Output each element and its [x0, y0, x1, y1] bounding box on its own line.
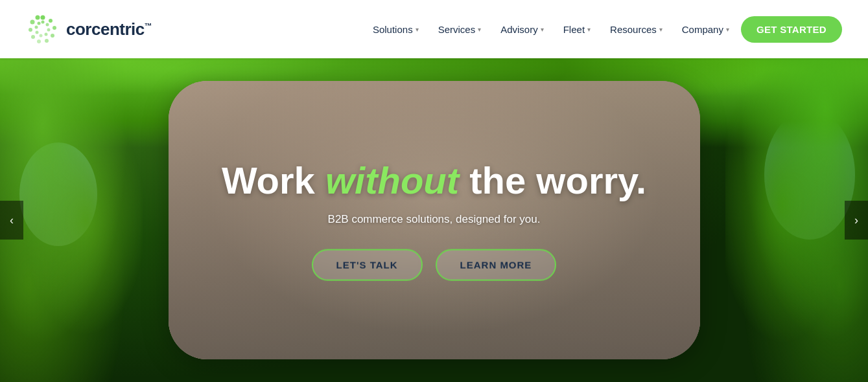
- svg-point-4: [45, 39, 49, 43]
- corcentric-logo-icon: [26, 12, 60, 46]
- logo-text: corcentric™: [66, 19, 152, 39]
- hero-content: Work without the worry. B2B commerce sol…: [207, 160, 661, 281]
- chevron-down-icon: ▾: [659, 26, 663, 33]
- svg-point-15: [36, 31, 39, 34]
- chevron-down-icon: ▾: [587, 26, 591, 33]
- svg-point-16: [35, 26, 38, 29]
- svg-point-8: [30, 20, 35, 25]
- svg-point-5: [37, 39, 41, 43]
- nav-item-advisory[interactable]: Advisory ▾: [493, 19, 552, 40]
- svg-point-13: [45, 33, 48, 36]
- svg-point-12: [47, 28, 51, 32]
- hero-section: Work without the worry. B2B commerce sol…: [0, 58, 868, 382]
- hero-headline: Work without the worry.: [207, 160, 661, 201]
- svg-point-0: [41, 16, 45, 20]
- nav-item-services[interactable]: Services ▾: [430, 19, 489, 40]
- hero-buttons: LET'S TALK LEARN MORE: [207, 249, 661, 280]
- chevron-down-icon: ▾: [726, 26, 729, 33]
- carousel-prev-button[interactable]: ‹: [0, 201, 23, 240]
- nav-item-solutions[interactable]: Solutions ▾: [365, 19, 427, 40]
- nav-item-company[interactable]: Company ▾: [674, 19, 737, 40]
- navbar: corcentric™ Solutions ▾ Services ▾ Advis…: [0, 0, 868, 58]
- nav-item-fleet[interactable]: Fleet ▾: [556, 19, 598, 40]
- svg-point-17: [38, 22, 41, 25]
- svg-point-3: [51, 34, 54, 38]
- learn-more-button[interactable]: LEARN MORE: [436, 249, 557, 280]
- carousel-next-button[interactable]: ›: [845, 201, 868, 240]
- svg-point-6: [31, 35, 35, 39]
- nav-item-resources[interactable]: Resources ▾: [602, 19, 670, 40]
- logo[interactable]: corcentric™: [26, 12, 152, 46]
- lets-talk-button[interactable]: LET'S TALK: [312, 249, 423, 280]
- svg-point-7: [29, 28, 32, 32]
- hero-subtitle: B2B commerce solutions, designed for you…: [207, 212, 661, 225]
- svg-point-11: [46, 23, 49, 27]
- nav-links: Solutions ▾ Services ▾ Advisory ▾ Fleet …: [365, 16, 842, 43]
- hero-card: Work without the worry. B2B commerce sol…: [169, 81, 700, 359]
- chevron-down-icon: ▾: [541, 26, 544, 33]
- chevron-down-icon: ▾: [416, 26, 419, 33]
- svg-point-14: [40, 34, 43, 38]
- svg-point-1: [49, 19, 53, 23]
- get-started-button[interactable]: GET STARTED: [741, 16, 842, 43]
- svg-point-2: [53, 26, 56, 30]
- svg-point-9: [36, 16, 40, 20]
- svg-point-10: [41, 21, 45, 24]
- chevron-down-icon: ▾: [478, 26, 481, 33]
